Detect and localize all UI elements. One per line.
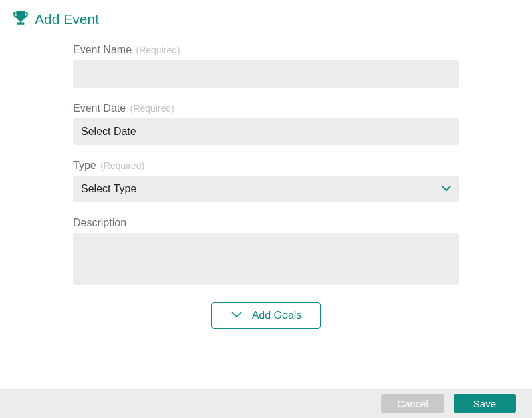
field-type: Type (Required) Select Type	[73, 160, 459, 202]
event-name-input[interactable]	[73, 60, 459, 88]
type-select[interactable]: Select Type	[73, 176, 459, 202]
save-button[interactable]: Save	[454, 394, 516, 413]
field-event-date: Event Date (Required) Select Date	[73, 103, 459, 145]
page-header: Add Event	[0, 0, 532, 29]
add-goals-row: Add Goals	[73, 302, 459, 329]
event-date-label: Event Date (Required)	[73, 103, 459, 114]
event-date-picker[interactable]: Select Date	[73, 118, 459, 145]
event-form: Event Name (Required) Event Date (Requir…	[0, 29, 532, 329]
trophy-icon	[12, 9, 29, 29]
footer-bar: Cancel Save	[0, 389, 532, 418]
description-label: Description	[73, 217, 459, 229]
field-event-name: Event Name (Required)	[73, 44, 459, 88]
cancel-button[interactable]: Cancel	[381, 394, 444, 413]
description-input[interactable]	[73, 233, 459, 285]
page-title: Add Event	[35, 11, 99, 27]
event-name-label: Event Name (Required)	[73, 44, 459, 56]
add-goals-button[interactable]: Add Goals	[211, 302, 321, 329]
chevron-down-icon	[231, 310, 243, 321]
caret-down-icon	[442, 183, 451, 195]
field-description: Description	[73, 217, 459, 288]
type-label: Type (Required)	[73, 160, 459, 172]
